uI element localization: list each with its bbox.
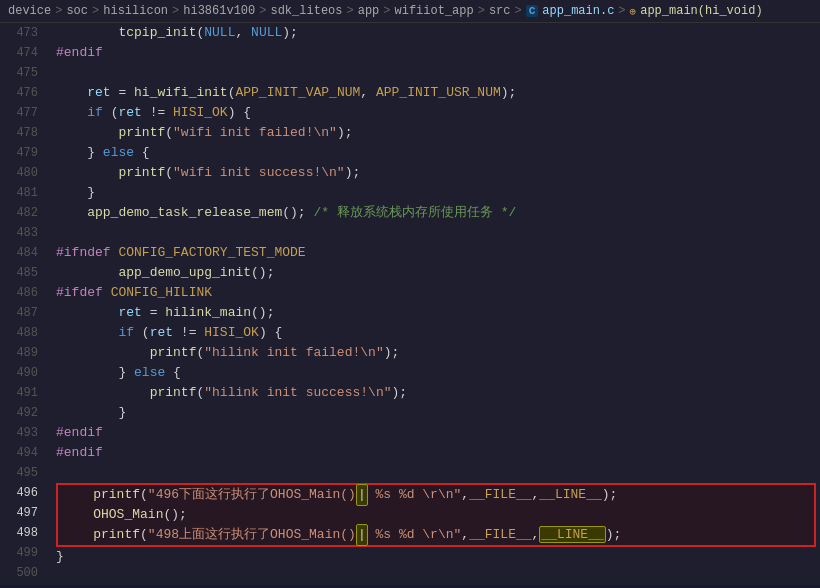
line-num-479: 479 <box>0 143 38 163</box>
code-line-475 <box>56 63 820 83</box>
line-num-483: 483 <box>0 223 38 243</box>
code-content: tcpip_init(NULL, NULL); #endif ret = hi_… <box>48 23 820 585</box>
line-num-490: 490 <box>0 363 38 383</box>
code-line-474: #endif <box>56 43 820 63</box>
code-line-485: app_demo_upg_init(); <box>56 263 820 283</box>
sep6: > <box>383 4 390 18</box>
code-line-480: printf("wifi init success!\n"); <box>56 163 820 183</box>
code-line-497: OHOS_Main(); <box>58 505 814 525</box>
breadcrumb-wifiiot: wifiiot_app <box>395 4 474 18</box>
line-num-477: 477 <box>0 103 38 123</box>
code-editor: 473 474 475 476 477 478 479 480 481 482 … <box>0 23 820 585</box>
code-line-493: #endif <box>56 423 820 443</box>
line-num-475: 475 <box>0 63 38 83</box>
code-line-498: printf("498上面这行执行了OHOS_Main()| %s %d \r\… <box>58 525 814 545</box>
code-line-477: if (ret != HISI_OK) { <box>56 103 820 123</box>
line-num-482: 482 <box>0 203 38 223</box>
line-num-493: 493 <box>0 423 38 443</box>
line-num-494: 494 <box>0 443 38 463</box>
sep2: > <box>92 4 99 18</box>
line-num-473: 473 <box>0 23 38 43</box>
code-line-489: printf("hilink init failed!\n"); <box>56 343 820 363</box>
code-line-496: printf("496下面这行执行了OHOS_Main()| %s %d \r\… <box>58 485 814 505</box>
line-num-476: 476 <box>0 83 38 103</box>
line-num-495: 495 <box>0 463 38 483</box>
title-bar: device > soc > hisilicon > hi3861v100 > … <box>0 0 820 23</box>
sep8: > <box>515 4 522 18</box>
code-line-488: if (ret != HISI_OK) { <box>56 323 820 343</box>
code-line-486: #ifdef CONFIG_HILINK <box>56 283 820 303</box>
line-num-501: 501 <box>0 583 38 585</box>
breadcrumb-hisilicon: hisilicon <box>103 4 168 18</box>
breadcrumb-app: app <box>358 4 380 18</box>
sep1: > <box>55 4 62 18</box>
code-line-490: } else { <box>56 363 820 383</box>
sep5: > <box>346 4 353 18</box>
line-num-486: 486 <box>0 283 38 303</box>
line-num-498: 498 <box>0 523 38 543</box>
code-line-500 <box>56 567 820 585</box>
breadcrumb-sdk: sdk_liteos <box>270 4 342 18</box>
line-num-480: 480 <box>0 163 38 183</box>
line-num-478: 478 <box>0 123 38 143</box>
line-num-487: 487 <box>0 303 38 323</box>
code-line-487: ret = hilink_main(); <box>56 303 820 323</box>
code-line-491: printf("hilink init success!\n"); <box>56 383 820 403</box>
breadcrumb-soc: soc <box>66 4 88 18</box>
line-num-481: 481 <box>0 183 38 203</box>
sep4: > <box>259 4 266 18</box>
breadcrumb-src: src <box>489 4 511 18</box>
sep7: > <box>478 4 485 18</box>
line-num-497: 497 <box>0 503 38 523</box>
breadcrumb-device: device <box>8 4 51 18</box>
breadcrumb-func: app_main(hi_void) <box>640 4 762 18</box>
code-line-473: tcpip_init(NULL, NULL); <box>56 23 820 43</box>
code-line-479: } else { <box>56 143 820 163</box>
line-num-489: 489 <box>0 343 38 363</box>
code-line-495 <box>56 463 820 483</box>
code-line-492: } <box>56 403 820 423</box>
code-line-478: printf("wifi init failed!\n"); <box>56 123 820 143</box>
line-num-492: 492 <box>0 403 38 423</box>
line-num-488: 488 <box>0 323 38 343</box>
code-line-499: } <box>56 547 820 567</box>
breadcrumb-hi3861: hi3861v100 <box>183 4 255 18</box>
line-num-474: 474 <box>0 43 38 63</box>
code-line-494: #endif <box>56 443 820 463</box>
func-icon: ⊕ <box>630 5 637 18</box>
c-file-icon: C <box>526 5 539 17</box>
code-line-484: #ifndef CONFIG_FACTORY_TEST_MODE <box>56 243 820 263</box>
line-num-491: 491 <box>0 383 38 403</box>
line-num-500: 500 <box>0 563 38 583</box>
line-num-496: 496 <box>0 483 38 503</box>
breadcrumb-file[interactable]: app_main.c <box>542 4 614 18</box>
code-line-476: ret = hi_wifi_init(APP_INIT_VAP_NUM, APP… <box>56 83 820 103</box>
sep3: > <box>172 4 179 18</box>
line-num-485: 485 <box>0 263 38 283</box>
code-line-482: app_demo_task_release_mem(); /* 释放系统栈内存所… <box>56 203 820 223</box>
sep9: > <box>618 4 625 18</box>
line-numbers: 473 474 475 476 477 478 479 480 481 482 … <box>0 23 48 585</box>
code-line-483 <box>56 223 820 243</box>
line-num-484: 484 <box>0 243 38 263</box>
line-num-499: 499 <box>0 543 38 563</box>
code-line-481: } <box>56 183 820 203</box>
